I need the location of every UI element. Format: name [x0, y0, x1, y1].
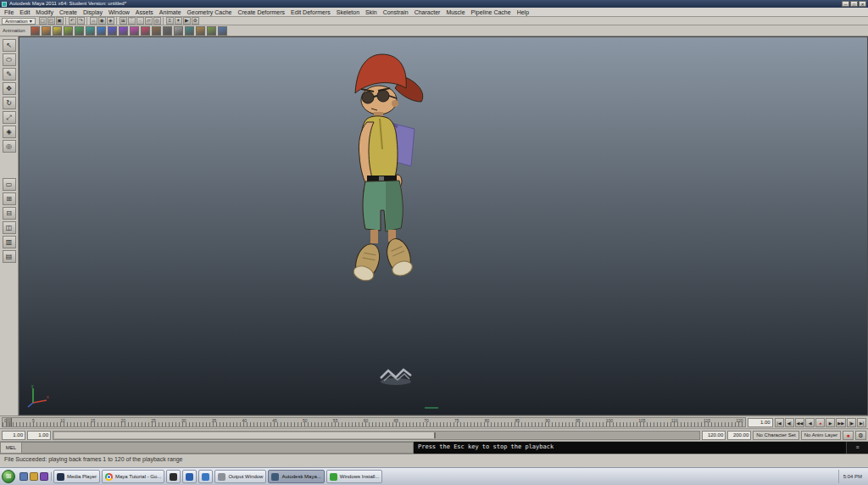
character-model[interactable] [331, 44, 450, 332]
media-quick-icon[interactable] [40, 472, 48, 481]
show-desktop-icon[interactable] [19, 472, 28, 481]
play-backwards-button[interactable]: ◀ [805, 418, 815, 427]
layout-persp-outliner[interactable]: ▥ [3, 236, 16, 248]
shelf-icon-18[interactable] [218, 26, 227, 36]
render-icon[interactable]: ✦ [175, 17, 182, 25]
snap-plane-icon[interactable]: ▱ [145, 17, 153, 25]
menu-skeleton[interactable]: Skeleton [337, 9, 359, 15]
auto-keyframe-button[interactable]: ● [843, 431, 854, 440]
task-folder[interactable] [166, 470, 181, 483]
shelf-icon-17[interactable] [207, 26, 216, 36]
go-to-start-button[interactable]: |◀ [775, 418, 784, 427]
minimize-button[interactable]: ─ [842, 1, 849, 7]
range-slider-handle[interactable] [54, 432, 436, 438]
mel-mode-button[interactable]: MEL [0, 442, 22, 454]
command-input[interactable] [22, 442, 414, 454]
shelf-icon-10[interactable] [130, 26, 139, 36]
shelf-icon-14[interactable] [174, 26, 183, 36]
timeline-track[interactable]: 0510152025303540455055606570758085909510… [2, 417, 746, 427]
shelf-icon-1[interactable] [31, 26, 40, 36]
shelf-icon-3[interactable] [53, 26, 62, 36]
undo-icon[interactable]: ↶ [69, 17, 76, 25]
shelf-icon-6[interactable] [86, 26, 95, 36]
select-component-icon[interactable]: ◈ [107, 17, 114, 25]
rotate-tool[interactable]: ↻ [3, 97, 16, 109]
play-forwards-button[interactable]: ▶ [826, 418, 835, 427]
redo-icon[interactable]: ↷ [77, 17, 85, 25]
menu-pipeline-cache[interactable]: Pipeline Cache [471, 9, 511, 15]
make-live-icon[interactable]: ◎ [153, 17, 161, 25]
shelf-icon-15[interactable] [185, 26, 194, 36]
step-back-key-button[interactable]: ◀◀ [795, 418, 805, 427]
menu-file[interactable]: File [4, 9, 14, 15]
menu-help[interactable]: Help [517, 9, 529, 15]
tray-clock[interactable]: 5:04 PM [843, 474, 862, 479]
menu-window[interactable]: Window [108, 9, 130, 15]
menu-edit-deformers[interactable]: Edit Deformers [291, 9, 331, 15]
shelf-icon-7[interactable] [97, 26, 106, 36]
menu-geometry-cache[interactable]: Geometry Cache [187, 9, 232, 15]
menu-modify[interactable]: Modify [36, 9, 53, 15]
go-to-end-button[interactable]: ▶| [857, 418, 866, 427]
script-editor-button[interactable]: ≡ [846, 442, 868, 454]
animation-end-field[interactable]: 200.00 [727, 431, 751, 440]
menu-character[interactable]: Character [415, 9, 441, 15]
shelf-icon-16[interactable] [196, 26, 205, 36]
step-forward-frame-button[interactable]: |▶ [847, 418, 856, 427]
playback-end-field[interactable]: 120.00 [702, 431, 726, 440]
lasso-select-tool[interactable]: ⬭ [3, 53, 16, 66]
shelf-icon-8[interactable] [108, 26, 117, 36]
task-browser[interactable]: Maya Tutorial - Go... [102, 470, 164, 483]
menu-skin[interactable]: Skin [365, 9, 377, 15]
animation-start-field[interactable]: 1.00 [2, 431, 25, 440]
shelf-icon-9[interactable] [119, 26, 128, 36]
menu-set-selector[interactable]: Animation ▾ [2, 18, 36, 25]
menu-create-deformers[interactable]: Create Deformers [237, 9, 285, 15]
menu-animate[interactable]: Animate [159, 9, 181, 15]
shelf-icon-12[interactable] [152, 26, 161, 36]
layout-two-pane-side[interactable]: ◫ [3, 221, 16, 234]
shelf-icon-4[interactable] [64, 26, 73, 36]
current-frame-field[interactable]: 1.00 [748, 418, 773, 427]
menu-create[interactable]: Create [59, 9, 77, 15]
range-slider-track[interactable] [53, 431, 700, 440]
step-back-frame-button[interactable]: ◀| [785, 418, 794, 427]
open-scene-icon[interactable]: ◰ [47, 17, 55, 25]
new-scene-icon[interactable]: ▢ [39, 17, 47, 25]
snap-point-icon[interactable]: ∙ [136, 17, 144, 25]
move-tool[interactable]: ✥ [3, 82, 16, 95]
snap-curve-icon[interactable]: ⌒ [128, 17, 136, 25]
task-media-player[interactable]: Media Player [53, 470, 100, 483]
universal-manipulator-tool[interactable]: ◈ [3, 125, 16, 138]
shelf-icon-13[interactable] [163, 26, 172, 36]
record-button[interactable]: ● [815, 418, 825, 427]
task-installer[interactable]: Windows Install... [326, 470, 383, 483]
task-notes[interactable] [198, 470, 213, 483]
soft-modification-tool[interactable]: ◎ [3, 140, 16, 153]
construction-history-icon[interactable]: ≡ [166, 17, 174, 25]
menu-constrain[interactable]: Constrain [383, 9, 409, 15]
shelf-icon-11[interactable] [141, 26, 150, 36]
anim-layer-menu[interactable]: No Anim Layer [801, 431, 841, 440]
save-scene-icon[interactable]: ▣ [56, 17, 64, 25]
render-settings-icon[interactable]: ⚙ [192, 17, 199, 25]
explorer-quick-icon[interactable] [30, 472, 38, 481]
layout-four-pane[interactable]: ⊞ [3, 192, 16, 205]
shelf-icon-2[interactable] [42, 26, 51, 36]
paint-select-tool[interactable]: ✎ [3, 68, 16, 81]
task-output-window[interactable]: Output Window [214, 470, 266, 483]
maximize-button[interactable]: □ [850, 1, 858, 7]
layout-single-pane[interactable]: ▭ [3, 178, 16, 191]
layout-two-pane-stacked[interactable]: ⊟ [3, 207, 16, 220]
select-object-icon[interactable]: ◉ [98, 17, 106, 25]
select-hierarchy-icon[interactable]: ⌂ [90, 17, 97, 25]
task-maya[interactable]: Autodesk Maya... [268, 470, 324, 483]
close-button[interactable]: ✕ [859, 1, 866, 7]
select-tool[interactable]: ↖ [3, 39, 16, 52]
animation-preferences-button[interactable]: ⚙ [855, 431, 866, 440]
character-set-menu[interactable]: No Character Set [753, 431, 798, 440]
playback-start-field[interactable]: 1.00 [27, 431, 51, 440]
shelf-icon-5[interactable] [75, 26, 84, 36]
menu-assets[interactable]: Assets [136, 9, 153, 15]
shelf-tab[interactable]: Animation [3, 28, 25, 33]
